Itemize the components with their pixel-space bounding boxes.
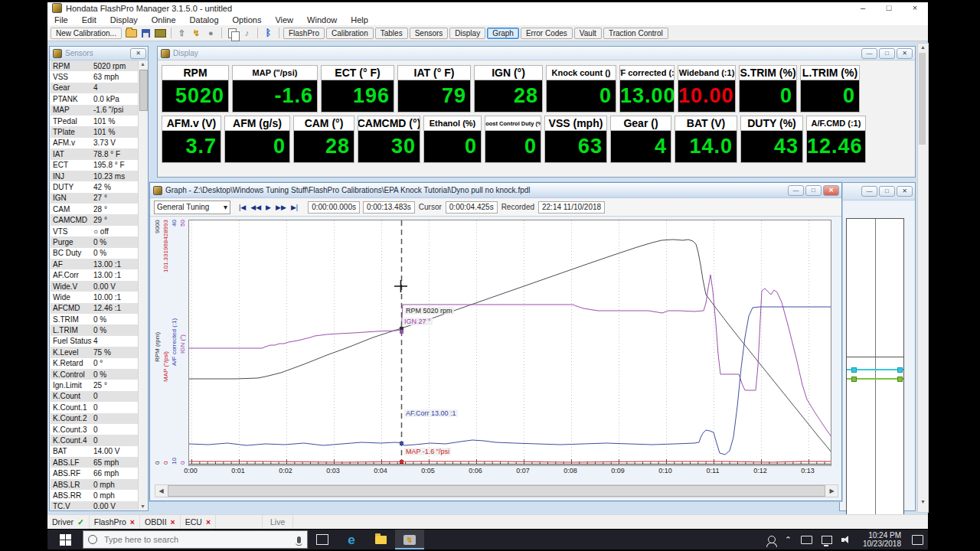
record-icon[interactable]: ● [204, 28, 217, 39]
edge-button[interactable]: e [337, 530, 366, 549]
menu-options[interactable]: Options [226, 15, 269, 24]
import-folder-icon[interactable] [154, 28, 167, 39]
transport-button[interactable]: ▶▶ [273, 204, 289, 211]
save-icon[interactable] [139, 28, 152, 39]
menu-display[interactable]: Display [103, 15, 145, 24]
sensor-row[interactable]: L.TRIM0 % [51, 324, 139, 335]
graph-h-scrollbar[interactable]: ◀ ▶ [155, 484, 838, 497]
start-button[interactable] [47, 530, 83, 549]
sensor-row[interactable]: ABS.RF66 mph [51, 468, 139, 478]
close-button[interactable]: × [902, 2, 928, 14]
w2-green-series[interactable] [847, 378, 903, 380]
menu-edit[interactable]: Edit [75, 15, 103, 24]
menu-online[interactable]: Online [145, 15, 183, 24]
minimize-button[interactable]: – [850, 2, 876, 14]
scroll-right-icon[interactable]: ▶ [826, 487, 838, 494]
volume-tray-button[interactable] [837, 530, 857, 549]
copy-icon[interactable] [226, 28, 239, 39]
display-restore-button[interactable]: □ [879, 48, 895, 59]
toolbar-button-flashpro[interactable]: FlashPro [283, 28, 325, 39]
graph-close-button[interactable]: ✕ [823, 185, 839, 196]
sensor-row[interactable]: TC.V0.00 V [51, 501, 139, 510]
flashpro-taskbar-button[interactable]: ↯ [395, 530, 424, 549]
w2-close-button[interactable]: ✕ [897, 186, 913, 197]
task-view-button[interactable] [308, 530, 337, 549]
display-titlebar[interactable]: Display — □ ✕ [158, 47, 915, 60]
sensor-row[interactable]: DUTY42 % [51, 181, 139, 192]
menu-view[interactable]: View [268, 15, 300, 24]
sensor-row[interactable]: Ign.Limit25 ° [51, 380, 139, 390]
hidden-icons-button[interactable]: ⌃ [780, 530, 796, 549]
toolbar-button-sensors[interactable]: Sensors [410, 28, 449, 39]
sensor-row[interactable]: TPlate101 % [51, 126, 139, 137]
taskbar-search[interactable] [83, 530, 308, 549]
sensor-row[interactable]: AF.Corr13.00 :1 [51, 269, 139, 280]
sensor-row[interactable]: TPedal101 % [51, 116, 139, 126]
h-scrollbar-thumb[interactable] [168, 485, 825, 497]
taskbar-clock[interactable]: 10:24 PM 10/23/2018 [857, 531, 907, 548]
sensor-row[interactable]: AFM.v3.73 V [51, 138, 139, 148]
datalog-icon[interactable]: ♪ [240, 28, 253, 39]
scroll-down-icon[interactable]: ▼ [918, 499, 928, 504]
sensor-row[interactable]: CAMCMD29 ° [51, 214, 139, 225]
graph-minimize-button[interactable]: — [788, 185, 804, 196]
graph-canvas[interactable] [189, 220, 831, 465]
sensor-row[interactable]: Gear4 [51, 83, 139, 93]
open-folder-icon[interactable] [125, 28, 138, 39]
toolbar-button-calibration[interactable]: Calibration [326, 28, 374, 39]
sensor-row[interactable]: VTS○ off [51, 226, 139, 236]
transport-button[interactable]: ▶| [289, 204, 300, 211]
toolbar-button-vault[interactable]: Vault [574, 28, 602, 39]
sensor-row[interactable]: Fuel Status4 [51, 336, 139, 347]
w2-minimize-button[interactable]: — [861, 186, 877, 197]
menu-file[interactable]: File [47, 15, 75, 24]
table-graph-titlebar[interactable]: — □ ✕ [840, 183, 915, 201]
menu-help[interactable]: Help [344, 15, 375, 24]
vscrollbar-thumb[interactable] [919, 53, 926, 145]
sensor-row[interactable]: ABS.LR0 mph [51, 479, 139, 490]
sensor-row[interactable]: Purge0 % [51, 236, 139, 247]
new-calibration-button[interactable]: New Calibration... [51, 28, 122, 39]
sensor-row[interactable]: K.Count.20 [51, 413, 139, 424]
display-minimize-button[interactable]: — [861, 48, 877, 59]
sensor-row[interactable]: K.Control0 % [51, 369, 139, 380]
sensor-row[interactable]: ABS.RR0 mph [51, 490, 139, 500]
sensor-row[interactable]: ABS.LF65 mph [51, 457, 139, 468]
sensor-row[interactable]: K.Count0 [51, 391, 139, 402]
toolbar-button-error-codes[interactable]: Error Codes [521, 28, 573, 39]
sensor-row[interactable]: K.Retard0 ° [51, 358, 139, 369]
sensor-row[interactable]: AFCMD12.46 :1 [51, 303, 139, 314]
menu-datalog[interactable]: Datalog [183, 15, 226, 24]
sensor-row[interactable]: IAT78.8 ° F [51, 148, 139, 159]
maximize-button[interactable]: □ [876, 2, 902, 14]
graph-titlebar[interactable]: Graph - Z:\Desktop\Windows Tuning Stuff\… [150, 183, 841, 198]
bluetooth-icon[interactable]: ᛒ [262, 28, 275, 39]
sensor-row[interactable]: PTANK0.0 kPa [51, 93, 139, 104]
sensor-row[interactable]: K.Level75 % [51, 347, 139, 357]
sensor-row[interactable]: VSS63 mph [51, 71, 139, 82]
transport-button[interactable]: ▶ [263, 204, 273, 211]
sensor-row[interactable]: K.Count.30 [51, 424, 139, 435]
sensor-row[interactable]: CAM28 ° [51, 204, 139, 214]
sensor-row[interactable]: ECT195.8 ° F [51, 160, 139, 171]
scroll-left-icon[interactable]: ◀ [155, 487, 167, 494]
sensor-row[interactable]: K.Count.40 [51, 435, 139, 445]
sensor-row[interactable]: K.Count.10 [51, 402, 139, 412]
toolbar-button-display[interactable]: Display [449, 28, 485, 39]
scroll-down-icon[interactable]: ▼ [139, 504, 147, 509]
sensors-titlebar[interactable]: Sensors ✕ [50, 47, 148, 60]
sensor-row[interactable]: S.TRIM0 % [51, 314, 139, 324]
tuning-preset-select[interactable]: General Tuning ▾ [154, 201, 230, 214]
graph-plot-area[interactable]: RPM 5020 rpm IGN 27 ° AF.Corr 13.00 :1 M… [188, 220, 831, 466]
network-tray-button[interactable] [817, 530, 837, 549]
sensor-row[interactable]: INJ10.23 ms [51, 171, 139, 181]
toolbar-button-graph[interactable]: Graph [487, 28, 519, 39]
sensor-row[interactable]: MAP-1.6 "/psi [51, 105, 139, 116]
file-explorer-button[interactable] [366, 530, 395, 549]
display-close-button[interactable]: ✕ [897, 48, 913, 59]
client-vscrollbar[interactable]: ▲ ▼ [917, 43, 929, 513]
transport-button[interactable]: ◀◀ [248, 204, 263, 211]
scrollbar-thumb[interactable] [139, 70, 148, 111]
sensors-scrollbar[interactable]: ▲ ▼ [138, 60, 147, 510]
action-center-button[interactable] [907, 530, 928, 549]
